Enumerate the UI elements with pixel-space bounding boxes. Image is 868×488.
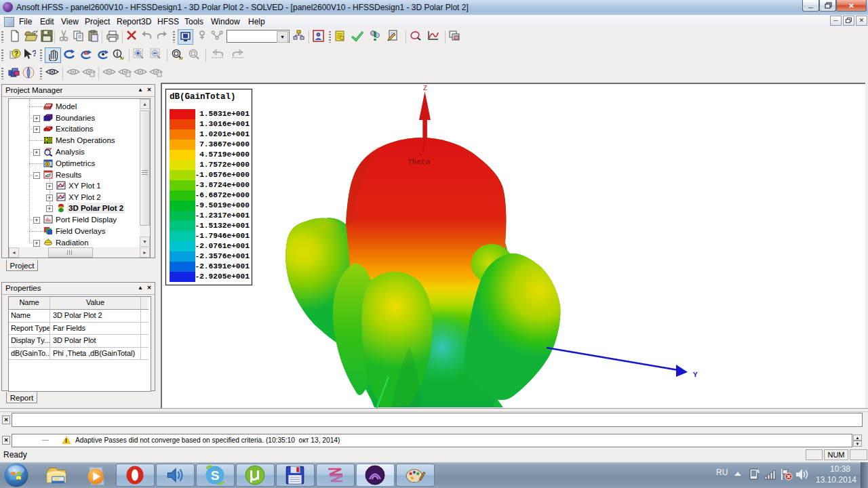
svg-text:?: ? [32, 48, 36, 58]
svg-text:Theta: Theta [408, 158, 430, 166]
svg-text:Y: Y [693, 371, 698, 379]
svg-text:i: i [117, 50, 119, 58]
svg-text:Z: Z [423, 85, 427, 92]
svg-text:?: ? [14, 50, 18, 58]
svg-text:S: S [211, 468, 220, 483]
